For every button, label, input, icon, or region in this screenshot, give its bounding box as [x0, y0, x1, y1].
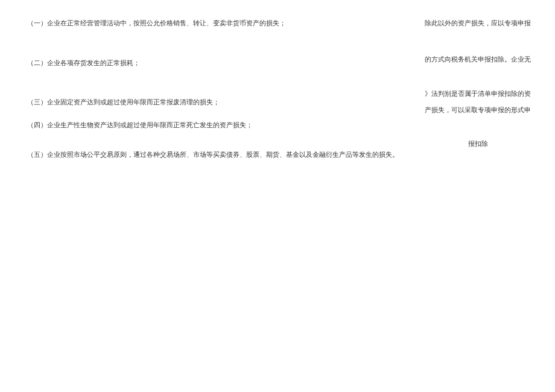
right-text-line-2: 的方式向税务机关申报扣除。企业无 [425, 54, 531, 65]
right-text-line-3: 》法判别是否属于清单申报扣除的资 [425, 89, 531, 100]
right-text-line-5: 报扣除 [425, 139, 531, 150]
list-item-5: （五）企业按照市场公平交易原则，通过各种交易场所、市场等买卖债券、股票、期货、基… [27, 150, 413, 160]
list-item-3: （三）企业固定资产达到或超过使用年限而正常报废清理的损失； [27, 97, 413, 108]
list-item-4: （四）企业生产性生物资产达到或超过使用年限而正常死亡发生的资产损失； [27, 120, 413, 131]
list-item-1: （一）企业在正常经营管理活动中，按照公允价格销售、转让、变卖非货币资产的损失； [27, 18, 413, 29]
left-list: （一）企业在正常经营管理活动中，按照公允价格销售、转让、变卖非货币资产的损失； … [27, 18, 413, 176]
list-item-2: （二）企业各项存货发生的正常损耗； [27, 58, 413, 69]
right-text-line-4: 产损失，可以采取专项申报的形式申 [425, 105, 531, 116]
right-text-line-1: 除此以外的资产损失，应以专项申报 [425, 18, 531, 29]
